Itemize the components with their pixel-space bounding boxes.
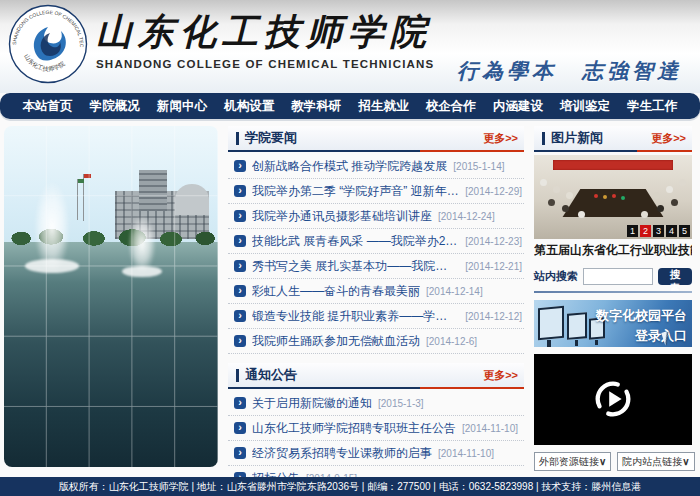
external-links-select[interactable]: 外部资源链接 ∨ xyxy=(534,452,611,471)
notices-more-link[interactable]: 更多>> xyxy=(483,368,518,383)
picture-news-section: 图片新闻 更多>> 1 2 xyxy=(534,126,692,259)
pagination-number[interactable]: 5 xyxy=(679,225,690,237)
campus-photo-slideshow xyxy=(4,126,218,467)
video-player[interactable] xyxy=(534,354,692,445)
monitor-icon xyxy=(538,306,564,340)
picture-news-header: 图片新闻 更多>> xyxy=(534,126,692,150)
picture-news-title: 图片新闻 xyxy=(542,129,603,147)
news-more-link[interactable]: 更多>> xyxy=(483,131,518,146)
news-item-date: [2014-12-29] xyxy=(465,186,522,197)
arrow-bullet-icon: › xyxy=(234,335,246,347)
notices-title-label: 通知公告 xyxy=(245,366,297,384)
main-content: 学院要闻 更多>> › 创新战略合作模式 推动学院跨越发展 [2015-1-14… xyxy=(0,119,700,471)
search-button[interactable]: 搜索 xyxy=(658,268,692,285)
page: SHANDONG COLLEGE OF CHEMICAL TECHNICIANS… xyxy=(0,0,700,496)
notice-item: › 经济贸易系招聘专业课教师的启事 [2014-11-10] xyxy=(228,441,524,466)
site-title-en: SHANDONG COLLEGE OF CHEMICAL TECHNICIANS xyxy=(96,58,435,70)
notices-list: › 关于启用新院徽的通知 [2015-1-3] › 山东化工技师学院招聘专职班主… xyxy=(228,391,524,491)
site-search: 站内搜索 搜索 xyxy=(534,268,692,285)
monitor-icon xyxy=(567,312,587,340)
link-selects-row: 外部资源链接 ∨ 院内站点链接 ∨ xyxy=(534,452,692,471)
meeting-photo-attendees-right xyxy=(679,179,686,186)
nav-item[interactable]: 新闻中心 xyxy=(157,98,207,115)
notices-section-header: 通知公告 更多>> xyxy=(228,363,524,387)
pagination-number[interactable]: 2 xyxy=(640,225,651,237)
news-item-link[interactable]: 我院举办第二季 “学院好声音” 迎新年音乐会 xyxy=(252,183,459,200)
news-list: › 创新战略合作模式 推动学院跨越发展 [2015-1-14] › 我院举办第二… xyxy=(228,154,524,354)
copyright-text: 版权所有：山东化工技师学院 | 地址：山东省滕州市学院东路2036号 | 邮编：… xyxy=(59,480,642,494)
pagination-number[interactable]: 4 xyxy=(666,225,677,237)
nav-item[interactable]: 招生就业 xyxy=(359,98,409,115)
right-column: 图片新闻 更多>> 1 2 xyxy=(534,126,692,471)
news-item-link[interactable]: 我院师生踊跃参加无偿献血活动 xyxy=(252,333,420,350)
news-item-link[interactable]: 我院举办通讯员摄影基础培训讲座 xyxy=(252,208,432,225)
section-underline xyxy=(228,150,524,152)
arrow-bullet-icon: › xyxy=(234,447,246,459)
picture-news-photo[interactable]: 1 2 3 4 5 xyxy=(534,155,692,239)
slideshow-pagination: 1 2 3 4 5 xyxy=(627,225,690,237)
pagination-number[interactable]: 3 xyxy=(653,225,664,237)
news-section-header: 学院要闻 更多>> xyxy=(228,126,524,150)
notice-item-link[interactable]: 山东化工技师学院招聘专职班主任公告 xyxy=(252,420,456,437)
nav-item[interactable]: 内涵建设 xyxy=(493,98,543,115)
news-item: › 彩虹人生——奋斗的青春最美丽 [2014-12-14] xyxy=(228,279,524,304)
nav-item[interactable]: 学院概况 xyxy=(90,98,140,115)
nav-item[interactable]: 学生工作 xyxy=(627,98,677,115)
news-item-link[interactable]: 秀书写之美 展扎实基本功——我院隆重举行201... xyxy=(252,258,459,275)
news-item: › 我院举办第二季 “学院好声音” 迎新年音乐会 [2014-12-29] xyxy=(228,179,524,204)
notice-item-date: [2015-1-3] xyxy=(378,398,424,409)
news-item: › 锻造专业技能 提升职业素养——学院举行瑞星集团核心... [2014-12-… xyxy=(228,304,524,329)
arrow-bullet-icon: › xyxy=(234,285,246,297)
play-icon[interactable] xyxy=(590,376,636,422)
news-item-date: [2015-1-14] xyxy=(453,161,504,172)
arrow-bullet-icon: › xyxy=(234,422,246,434)
notice-item-date: [2014-11-10] xyxy=(462,423,518,434)
college-seal-icon: SHANDONG COLLEGE OF CHEMICAL TECHNICIANS… xyxy=(8,4,88,84)
photo-grid-overlay xyxy=(4,126,218,467)
arrow-bullet-icon: › xyxy=(234,235,246,247)
nav-item[interactable]: 校企合作 xyxy=(426,98,476,115)
nav-item[interactable]: 教学科研 xyxy=(291,98,341,115)
news-item: › 创新战略合作模式 推动学院跨越发展 [2015-1-14] xyxy=(228,154,524,179)
news-item-link[interactable]: 技能比武 展青春风采 ——我院举办2014年青年... xyxy=(252,233,459,250)
chevron-down-icon: ∨ xyxy=(682,456,689,467)
site-title-block: 山东化工技师学院 SHANDONG COLLEGE OF CHEMICAL TE… xyxy=(96,8,435,70)
news-item: › 我院师生踊跃参加无偿献血活动 [2014-12-6] xyxy=(228,329,524,354)
picture-news-more-link[interactable]: 更多>> xyxy=(651,131,686,146)
college-news-section: 学院要闻 更多>> › 创新战略合作模式 推动学院跨越发展 [2015-1-14… xyxy=(228,126,524,354)
site-search-input[interactable] xyxy=(583,268,653,285)
meeting-photo-flowers xyxy=(594,194,598,198)
meeting-photo-attendees-left xyxy=(540,179,547,186)
news-item-link[interactable]: 锻造专业技能 提升职业素养——学院举行瑞星集团核心... xyxy=(252,308,459,325)
school-motto: 行為學本 志強智達 xyxy=(457,57,682,85)
site-title-cn: 山东化工技师学院 xyxy=(96,8,435,54)
banner-line1: 数字化校园平台 xyxy=(596,307,687,325)
picture-news-title-label: 图片新闻 xyxy=(551,129,603,147)
nav-item[interactable]: 机构设置 xyxy=(224,98,274,115)
notice-item-link[interactable]: 经济贸易系招聘专业课教师的启事 xyxy=(252,445,432,462)
news-item-link[interactable]: 创新战略合作模式 推动学院跨越发展 xyxy=(252,158,447,175)
meeting-photo-banner xyxy=(553,160,673,170)
pagination-number[interactable]: 1 xyxy=(627,225,638,237)
news-item-link[interactable]: 彩虹人生——奋斗的青春最美丽 xyxy=(252,283,420,300)
section-accent-bar xyxy=(236,132,239,145)
news-item-date: [2014-12-14] xyxy=(426,286,483,297)
arrow-bullet-icon: › xyxy=(234,397,246,409)
news-item-date: [2014-12-23] xyxy=(465,236,522,247)
news-item: › 秀书写之美 展扎实基本功——我院隆重举行201... [2014-12-21… xyxy=(228,254,524,279)
nav-item[interactable]: 本站首页 xyxy=(23,98,73,115)
internal-links-select[interactable]: 院内站点链接 ∨ xyxy=(617,452,694,471)
arrow-bullet-icon: › xyxy=(234,185,246,197)
notice-item-date: [2014-11-10] xyxy=(438,448,494,459)
news-item: › 我院举办通讯员摄影基础培训讲座 [2014-12-24] xyxy=(228,204,524,229)
monitor-stand xyxy=(575,340,578,346)
main-nav: 本站首页 学院概况 新闻中心 机构设置 教学科研 招生就业 校企合作 内涵建设 … xyxy=(0,93,700,119)
nav-item[interactable]: 培训鉴定 xyxy=(560,98,610,115)
monitor-stand xyxy=(547,340,551,347)
notice-item-link[interactable]: 关于启用新院徽的通知 xyxy=(252,395,372,412)
picture-news-caption[interactable]: 第五届山东省化工行业职业技能大赛在 xyxy=(534,242,692,259)
section-accent-bar xyxy=(542,132,545,145)
arrow-bullet-icon: › xyxy=(234,310,246,322)
internal-links-label: 院内站点链接 xyxy=(622,455,682,469)
digital-campus-banner[interactable]: 数字化校园平台 登录入口 xyxy=(534,300,692,347)
